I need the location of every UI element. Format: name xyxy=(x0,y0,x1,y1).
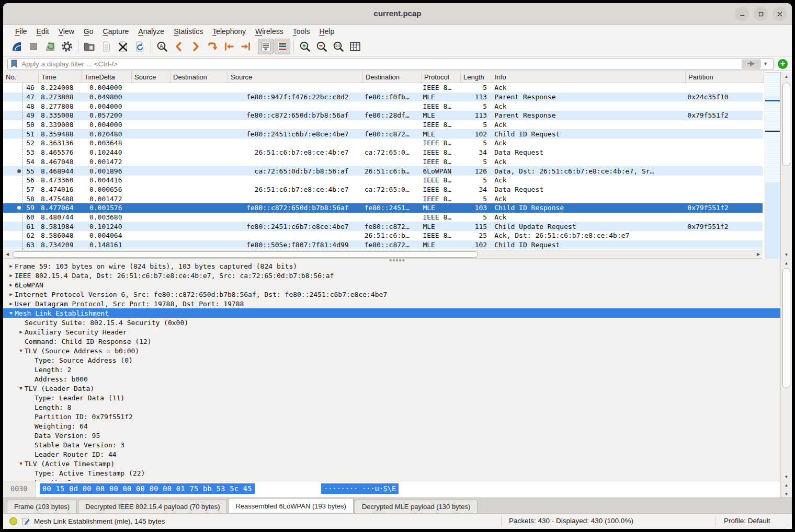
details-line[interactable]: Type: Active Timestamp (22) xyxy=(3,468,780,478)
previous-packet-button[interactable] xyxy=(171,39,187,54)
byte-tab-1[interactable]: Decrypted IEEE 802.15.4 payload (70 byte… xyxy=(78,500,227,513)
packet-row-52[interactable]: 528.3631360.003648IEEE 8…5Ack xyxy=(3,138,763,148)
start-capture-fin-button[interactable] xyxy=(9,39,25,54)
packet-row-59[interactable]: 598.4770640.001576fe80::c872:650d:b7b8:5… xyxy=(3,203,763,213)
stop-capture-button[interactable] xyxy=(26,39,41,54)
column-header-source-5[interactable]: Source xyxy=(228,71,363,83)
packet-row-61[interactable]: 618.5819840.101240fe80::2451:c6b7:e8ce:4… xyxy=(3,222,763,231)
auto-scroll-button[interactable] xyxy=(258,39,274,54)
packet-row-46[interactable]: 468.2240080.004000IEEE 8…5Ack xyxy=(3,83,763,92)
packet-row-55[interactable]: 558.4689440.001896ca:72:65:0d:b7:b8:56:a… xyxy=(3,166,763,176)
details-line[interactable]: ▼TLV (Active Timestamp) xyxy=(3,459,780,468)
expand-arrow-down-icon[interactable]: ▼ xyxy=(17,348,25,353)
details-line[interactable]: Stable Data Version: 3 xyxy=(3,440,780,449)
menu-help[interactable]: Help xyxy=(314,27,339,36)
expand-arrow-right-icon[interactable]: ▶ xyxy=(7,273,15,278)
expand-arrow-right-icon[interactable]: ▶ xyxy=(7,263,15,269)
scroll-down-arrow-icon[interactable]: ▼ xyxy=(781,250,792,259)
menu-tools[interactable]: Tools xyxy=(288,27,315,36)
zoom-out-button[interactable] xyxy=(314,39,330,54)
find-packet-button[interactable]: A xyxy=(154,39,170,54)
colorize-button[interactable] xyxy=(275,39,290,54)
byte-tab-0[interactable]: Frame (103 bytes) xyxy=(7,500,77,513)
hex-vscrollbar[interactable]: ▲ ▼ xyxy=(780,481,792,498)
column-header-info-9[interactable]: Info xyxy=(492,71,686,83)
packet-list-vscrollbar[interactable]: ▲ ▼ xyxy=(780,72,792,259)
details-line[interactable]: Partition ID: 0x79f551f2 xyxy=(3,412,780,421)
packet-row-57[interactable]: 578.4740160.00065626:51:c6:b7:e8:ce:4b:e… xyxy=(3,185,763,194)
expand-arrow-down-icon[interactable]: ▼ xyxy=(7,310,15,316)
details-line[interactable]: ▶Frame 59: 103 bytes on wire (824 bits),… xyxy=(3,261,780,271)
details-line[interactable]: Address: b000 xyxy=(3,374,780,384)
expand-arrow-down-icon[interactable]: ▼ xyxy=(17,461,25,466)
details-line[interactable]: Weighting: 64 xyxy=(3,421,780,431)
packet-list-hscroll-thumb[interactable] xyxy=(13,251,478,258)
details-line[interactable]: Security Suite: 802.15.4 Security (0x00) xyxy=(3,318,780,327)
maximize-button[interactable] xyxy=(754,7,768,21)
packet-row-49[interactable]: 498.3350080.057200fe80::c872:650d:b7b8:5… xyxy=(3,111,763,120)
status-profile[interactable]: Profile: Default xyxy=(724,517,770,525)
expand-arrow-down-icon[interactable]: ▼ xyxy=(17,386,25,391)
menu-capture[interactable]: Capture xyxy=(98,27,134,36)
byte-tab-3[interactable]: Decrypted MLE payload (130 bytes) xyxy=(355,500,478,513)
close-file-button[interactable] xyxy=(115,39,131,54)
packet-row-53[interactable]: 538.4655760.10244026:51:c6:b7:e8:ce:4b:e… xyxy=(3,148,763,157)
packet-row-47[interactable]: 478.2738080.049800fe80::947f:f476:22bc:c… xyxy=(3,92,763,102)
scroll-down-arrow-icon[interactable]: ▼ xyxy=(781,490,792,498)
capture-options-gear-button[interactable] xyxy=(59,39,75,54)
display-filter-input[interactable]: Apply a display filter ... <Ctrl-/> ▼ xyxy=(7,58,774,70)
resize-columns-button[interactable] xyxy=(347,39,363,54)
menu-view[interactable]: View xyxy=(54,27,79,36)
add-filter-button[interactable]: + xyxy=(778,59,788,69)
menu-statistics[interactable]: Statistics xyxy=(169,27,208,36)
expand-arrow-right-icon[interactable]: ▶ xyxy=(17,329,25,334)
capture-comment-icon[interactable] xyxy=(21,517,30,526)
hex-bytes-selected[interactable]: 00 15 0d 00 00 00 00 00 00 00 01 75 bb 5… xyxy=(40,483,255,494)
packet-list-hscrollbar[interactable]: ◀ ▶ xyxy=(3,250,763,259)
filter-dropdown-caret[interactable]: ▼ xyxy=(760,61,771,66)
details-line[interactable]: ▼TLV (Leader Data) xyxy=(3,384,780,393)
column-header-timedelta-2[interactable]: TimeDelta xyxy=(82,71,132,83)
zoom-in-button[interactable] xyxy=(297,39,313,54)
packet-row-50[interactable]: 508.3390080.004000IEEE 8…5Ack xyxy=(3,120,763,130)
packet-list-scroll-thumb[interactable] xyxy=(782,83,790,166)
column-header-destination-6[interactable]: Destination xyxy=(363,71,422,83)
packet-row-62[interactable]: 628.5860480.00406426:51:c6:b…IEEE 8…25Ac… xyxy=(3,231,763,240)
close-button[interactable] xyxy=(773,7,787,21)
expand-arrow-right-icon[interactable]: ▶ xyxy=(7,282,15,287)
expand-arrow-right-icon[interactable]: ▶ xyxy=(7,301,15,306)
scroll-down-arrow-icon[interactable]: ▼ xyxy=(781,472,792,481)
packet-row-51[interactable]: 518.3594880.020480fe80::2451:c6b7:e8ce:4… xyxy=(3,129,763,138)
save-file-button[interactable] xyxy=(98,39,114,54)
details-line[interactable]: ▶User Datagram Protocol, Src Port: 19788… xyxy=(3,299,780,308)
packet-row-48[interactable]: 488.2778080.004000IEEE 8…5Ack xyxy=(3,101,763,111)
column-header-destination-4[interactable]: Destination xyxy=(171,71,228,83)
packet-row-56[interactable]: 568.4733600.004416IEEE 8…5Ack xyxy=(3,176,763,185)
zoom-original-button[interactable]: 1:1 xyxy=(331,39,346,54)
packet-row-60[interactable]: 608.4807440.003680IEEE 8…5Ack xyxy=(3,213,763,222)
expert-info-icon[interactable] xyxy=(9,517,17,525)
menu-go[interactable]: Go xyxy=(79,27,98,36)
scroll-up-arrow-icon[interactable]: ▲ xyxy=(781,481,792,489)
resize-grip[interactable]: ⋱ xyxy=(786,523,791,528)
restart-capture-button[interactable] xyxy=(42,39,58,54)
details-line[interactable]: ▶IEEE 802.15.4 Data, Dst: 26:51:c6:b7:e8… xyxy=(3,271,780,280)
next-packet-button[interactable] xyxy=(188,39,203,54)
details-line[interactable]: ▼Mesh Link Establishment xyxy=(3,308,780,318)
details-line[interactable]: Length: 8 xyxy=(3,402,780,412)
details-line[interactable]: ▶6LoWPAN xyxy=(3,280,780,290)
apply-filter-button[interactable] xyxy=(742,60,760,68)
column-header-protocol-7[interactable]: Protocol xyxy=(422,71,461,83)
byte-tab-2[interactable]: Reassembled 6LoWPAN (193 bytes) xyxy=(228,498,353,513)
open-file-button[interactable] xyxy=(82,39,97,54)
reload-file-button[interactable] xyxy=(132,39,147,54)
menu-edit[interactable]: Edit xyxy=(32,27,54,36)
column-header-source-3[interactable]: Source xyxy=(132,71,171,83)
scroll-left-arrow-icon[interactable]: ◀ xyxy=(3,250,12,258)
titlebar[interactable]: current.pcap xyxy=(3,3,792,25)
details-line[interactable]: Length: 2 xyxy=(3,365,780,374)
last-packet-button[interactable] xyxy=(238,39,254,54)
details-line[interactable]: Leader Router ID: 44 xyxy=(3,449,780,459)
intelligent-scrollbar-minimap[interactable] xyxy=(765,72,780,259)
packet-bytes-pane[interactable]: 0030 00 15 0d 00 00 00 00 00 00 00 01 75… xyxy=(3,481,792,498)
